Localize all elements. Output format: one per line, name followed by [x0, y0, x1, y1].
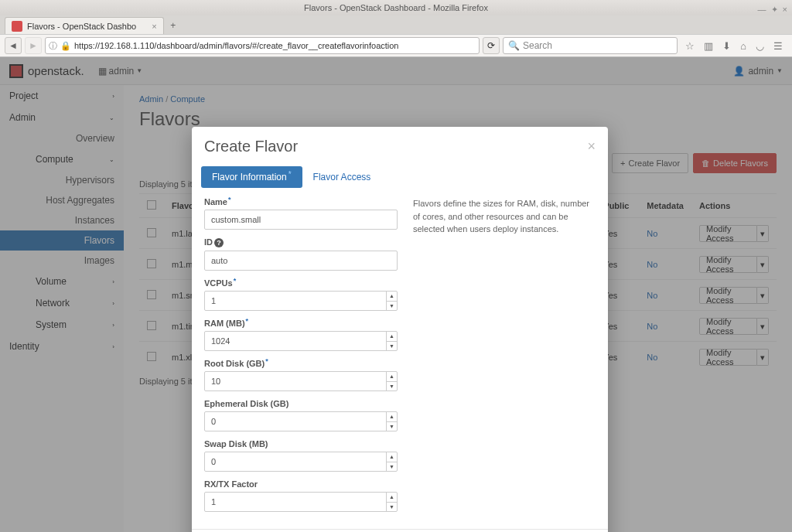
ephemeral-label: Ephemeral Disk (GB) [204, 399, 398, 408]
forward-button[interactable]: ► [25, 37, 42, 54]
modal-description: Flavors define the sizes for RAM, disk, … [413, 197, 596, 520]
step-up-icon[interactable]: ▲ [387, 332, 397, 342]
modal-title: Create Flavor [204, 138, 298, 155]
tab-title: Flavors - OpenStack Dashbo [27, 22, 136, 31]
swap-input[interactable] [204, 452, 398, 472]
url-bar[interactable]: ⓘ 🔒 https://192.168.1.110/dashboard/admi… [45, 37, 480, 54]
step-up-icon[interactable]: ▲ [387, 292, 397, 302]
id-label: ID? [204, 237, 398, 247]
minimize-icon[interactable]: — [758, 2, 766, 17]
step-up-icon[interactable]: ▲ [387, 412, 397, 422]
rxtx-input[interactable] [204, 492, 398, 512]
url-text: https://192.168.1.110/dashboard/admin/fl… [74, 41, 476, 50]
browser-toolbar: ◄ ► ⓘ 🔒 https://192.168.1.110/dashboard/… [0, 34, 792, 57]
step-down-icon[interactable]: ▼ [387, 342, 397, 351]
step-down-icon[interactable]: ▼ [387, 302, 397, 311]
library-icon[interactable]: ▥ [704, 40, 713, 52]
home-icon[interactable]: ⌂ [740, 40, 746, 52]
favicon-icon [12, 21, 22, 32]
vcpus-input[interactable] [204, 291, 398, 311]
bookmark-icon[interactable]: ☆ [685, 40, 695, 52]
tab-flavor-access[interactable]: Flavor Access [302, 166, 382, 188]
browser-tab[interactable]: Flavors - OpenStack Dashbo × [5, 17, 164, 34]
close-window-icon[interactable]: × [783, 2, 787, 17]
step-down-icon[interactable]: ▼ [387, 462, 397, 472]
swap-label: Swap Disk (MB) [204, 439, 398, 448]
step-down-icon[interactable]: ▼ [387, 503, 397, 512]
ram-label: RAM (MB)* [204, 319, 398, 328]
pocket-icon[interactable]: ◡ [756, 40, 764, 52]
rxtx-label: RX/TX Factor [204, 479, 398, 489]
back-button[interactable]: ◄ [5, 37, 22, 54]
step-down-icon[interactable]: ▼ [387, 382, 397, 391]
help-icon[interactable]: ? [214, 238, 224, 247]
menu-icon[interactable]: ☰ [773, 40, 783, 52]
window-titlebar: Flavors - OpenStack Dashboard - Mozilla … [0, 0, 792, 15]
close-icon[interactable]: × [587, 138, 596, 155]
info-icon[interactable]: ⓘ [49, 40, 57, 52]
root-disk-input[interactable] [204, 371, 398, 391]
reload-button[interactable]: ⟳ [483, 37, 500, 54]
step-up-icon[interactable]: ▲ [387, 452, 397, 462]
name-input[interactable] [204, 210, 398, 230]
window-title: Flavors - OpenStack Dashboard - Mozilla … [304, 3, 488, 12]
id-input[interactable] [204, 251, 398, 271]
lock-icon: 🔒 [60, 41, 71, 51]
search-placeholder: Search [523, 40, 552, 51]
name-label: Name* [204, 197, 398, 206]
ephemeral-input[interactable] [204, 411, 398, 431]
step-down-icon[interactable]: ▼ [387, 422, 397, 431]
step-up-icon[interactable]: ▲ [387, 372, 397, 382]
tab-strip: Flavors - OpenStack Dashbo × + [0, 15, 792, 34]
tab-flavor-information[interactable]: Flavor Information* [201, 166, 302, 188]
root-disk-label: Root Disk (GB)* [204, 359, 398, 368]
toolbar-icons: ☆ ▥ ⬇ ⌂ ◡ ☰ [681, 40, 787, 52]
tab-close-icon[interactable]: × [152, 22, 156, 31]
maximize-icon[interactable]: ✦ [771, 2, 778, 17]
browser-search[interactable]: 🔍 Search [503, 37, 678, 54]
vcpus-label: VCPUs* [204, 278, 398, 288]
page: openstack. ▦ admin ▼ 👤 admin ▼ Project› … [0, 57, 792, 532]
step-up-icon[interactable]: ▲ [387, 493, 397, 503]
new-tab-button[interactable]: + [164, 17, 183, 34]
search-icon: 🔍 [508, 40, 520, 51]
ram-input[interactable] [204, 331, 398, 351]
download-icon[interactable]: ⬇ [722, 40, 731, 52]
create-flavor-modal: Create Flavor × Flavor Information* Flav… [192, 127, 608, 532]
